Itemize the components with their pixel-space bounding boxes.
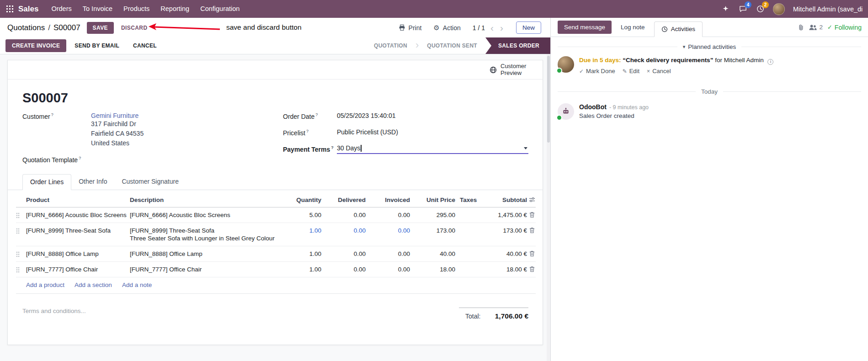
attachment-icon[interactable] xyxy=(798,24,804,31)
menu-products[interactable]: Products xyxy=(118,0,155,18)
step-quotation[interactable]: QUOTATION xyxy=(366,37,415,54)
col-subtotal[interactable]: Subtotal xyxy=(487,193,527,207)
apps-grid-icon[interactable] xyxy=(5,5,14,13)
create-invoice-button[interactable]: CREATE INVOICE xyxy=(5,39,66,52)
edit-activity-button[interactable]: ✎Edit xyxy=(623,68,639,74)
tab-customer-signature[interactable]: Customer Signature xyxy=(114,174,186,190)
user-avatar[interactable] xyxy=(773,3,785,15)
delete-row-icon[interactable] xyxy=(527,223,537,246)
customer-preview-button[interactable]: Customer Preview xyxy=(490,63,534,77)
col-quantity[interactable]: Quantity xyxy=(276,193,321,207)
cell-product[interactable]: [FURN_8888] Office Lamp xyxy=(26,246,130,261)
cell-unit-price[interactable]: 18.00 xyxy=(410,262,455,277)
step-sales-order[interactable]: SALES ORDER xyxy=(485,37,550,54)
payment-terms-field[interactable]: 30 Days xyxy=(337,144,528,154)
col-taxes[interactable]: Taxes xyxy=(455,193,487,207)
planned-activities-header[interactable]: ▾Planned activities xyxy=(558,43,861,50)
cell-quantity[interactable]: 5.00 xyxy=(276,207,321,223)
new-button[interactable]: New xyxy=(516,21,541,34)
print-button[interactable]: Print xyxy=(399,24,422,32)
pager-prev-icon[interactable]: ‹ xyxy=(490,25,495,31)
pager-next-icon[interactable]: › xyxy=(499,25,504,31)
star-icon[interactable] xyxy=(721,5,730,14)
col-product[interactable]: Product xyxy=(26,193,130,207)
menu-orders[interactable]: Orders xyxy=(46,0,77,18)
step-quotation-sent[interactable]: QUOTATION SENT xyxy=(419,37,485,54)
log-note-button[interactable]: Log note xyxy=(616,21,650,34)
cell-delivered[interactable]: 0.00 xyxy=(321,246,366,261)
delete-row-icon[interactable] xyxy=(527,262,537,277)
info-icon[interactable]: i xyxy=(767,59,773,65)
activities-clock-icon[interactable]: 2 xyxy=(756,5,765,14)
send-by-email-button[interactable]: SEND BY EMAIL xyxy=(69,39,125,52)
add-a-note-link[interactable]: Add a note xyxy=(122,281,152,288)
message-author[interactable]: OdooBot xyxy=(579,103,607,111)
pricelist-field[interactable]: Public Pricelist (USD) xyxy=(337,128,528,136)
optional-columns-icon[interactable] xyxy=(527,193,537,207)
cell-unit-price[interactable]: 295.00 xyxy=(410,207,455,223)
cell-quantity[interactable]: 1.00 xyxy=(276,246,321,261)
cell-description[interactable]: [FURN_8888] Office Lamp xyxy=(130,246,276,261)
action-button[interactable]: ⚙ Action xyxy=(433,24,460,32)
cell-quantity[interactable]: 1.00 xyxy=(276,262,321,277)
send-message-button[interactable]: Send message xyxy=(558,21,612,34)
cell-product[interactable]: [FURN_6666] Acoustic Bloc Screens xyxy=(26,207,130,223)
drag-handle-icon[interactable] xyxy=(16,246,26,261)
menu-to-invoice[interactable]: To Invoice xyxy=(77,0,118,18)
terms-placeholder[interactable]: Terms and conditions... xyxy=(22,308,86,314)
cell-taxes[interactable] xyxy=(455,262,487,277)
cell-invoiced[interactable]: 0.00 xyxy=(366,207,410,223)
tab-order-lines[interactable]: Order Lines xyxy=(22,174,71,190)
add-a-product-link[interactable]: Add a product xyxy=(26,281,64,288)
discard-button[interactable]: DISCARD xyxy=(121,25,147,31)
cell-taxes[interactable] xyxy=(455,223,487,246)
user-name[interactable]: Mitchell Admin (save_discar xyxy=(793,5,863,13)
order-date-field[interactable]: 05/25/2023 15:40:01 xyxy=(337,112,528,119)
add-a-section-link[interactable]: Add a section xyxy=(75,281,112,288)
menu-configuration[interactable]: Configuration xyxy=(195,0,245,18)
drag-handle-icon[interactable] xyxy=(16,262,26,277)
cell-description[interactable]: [FURN_6666] Acoustic Bloc Screens xyxy=(130,207,276,223)
cell-delivered[interactable]: 0.00 xyxy=(321,223,366,246)
tab-other-info[interactable]: Other Info xyxy=(71,174,114,190)
dropdown-caret-icon[interactable] xyxy=(524,147,527,149)
customer-link[interactable]: Gemini Furniture xyxy=(91,112,138,119)
col-invoiced[interactable]: Invoiced xyxy=(366,193,410,207)
cell-delivered[interactable]: 0.00 xyxy=(321,262,366,277)
save-button[interactable]: SAVE xyxy=(87,22,114,34)
activities-tab[interactable]: Activities xyxy=(654,21,703,37)
delete-row-icon[interactable] xyxy=(527,246,537,261)
app-name[interactable]: Sales xyxy=(18,5,38,14)
breadcrumb-quotations[interactable]: Quotations xyxy=(7,23,45,32)
cell-invoiced[interactable]: 0.00 xyxy=(366,246,410,261)
cell-description[interactable]: [FURN_8999] Three-Seat SofaThree Seater … xyxy=(130,223,276,246)
messages-icon[interactable]: 4 xyxy=(738,5,747,14)
cell-product[interactable]: [FURN_8999] Three-Seat Sofa xyxy=(26,223,130,246)
cell-quantity[interactable]: 1.00 xyxy=(276,223,321,246)
cell-product[interactable]: [FURN_7777] Office Chair xyxy=(26,262,130,277)
form-scrollbar[interactable] xyxy=(547,54,550,361)
col-delivered[interactable]: Delivered xyxy=(321,193,366,207)
followers-button[interactable]: 2 xyxy=(809,24,823,31)
cell-taxes[interactable] xyxy=(455,246,487,261)
cell-delivered[interactable]: 0.00 xyxy=(321,207,366,223)
col-unit-price[interactable]: Unit Price xyxy=(410,193,455,207)
cell-unit-price[interactable]: 173.00 xyxy=(410,223,455,246)
mark-done-button[interactable]: ✓Mark Done xyxy=(579,68,615,74)
customer-address: 317 Fairchild Dr Fairfield CA 94535 Unit… xyxy=(91,119,283,148)
cell-unit-price[interactable]: 40.00 xyxy=(410,246,455,261)
delete-row-icon[interactable] xyxy=(527,207,537,223)
drag-handle-icon[interactable] xyxy=(16,207,26,223)
cancel-activity-button[interactable]: ×Cancel xyxy=(647,68,671,74)
drag-handle-icon[interactable] xyxy=(16,223,26,246)
col-description[interactable]: Description xyxy=(130,193,276,207)
activity-avatar[interactable] xyxy=(558,56,574,73)
cell-invoiced[interactable]: 0.00 xyxy=(366,223,410,246)
following-button[interactable]: ✓ Following xyxy=(827,24,862,31)
cancel-button[interactable]: CANCEL xyxy=(128,39,162,52)
odoobot-avatar[interactable] xyxy=(558,103,574,120)
cell-description[interactable]: [FURN_7777] Office Chair xyxy=(130,262,276,277)
cell-taxes[interactable] xyxy=(455,207,487,223)
cell-invoiced[interactable]: 0.00 xyxy=(366,262,410,277)
menu-reporting[interactable]: Reporting xyxy=(155,0,195,18)
